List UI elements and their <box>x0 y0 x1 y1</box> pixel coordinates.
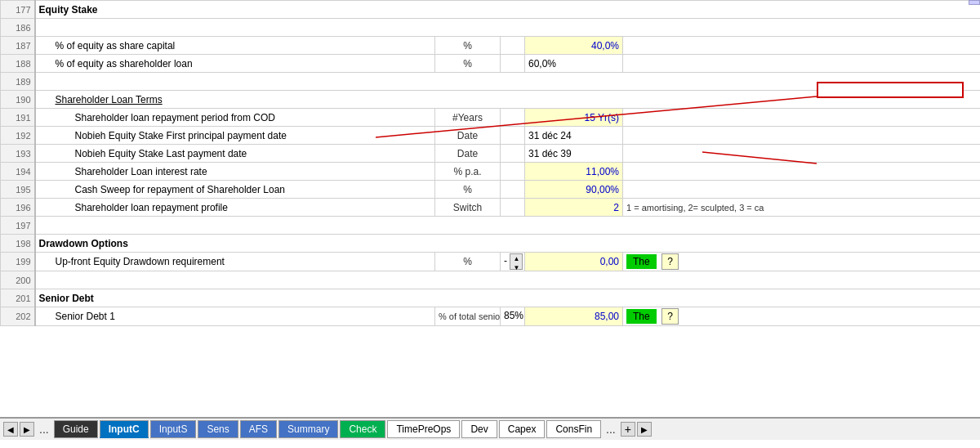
row-pre-value: - ▲ ▼ <box>501 253 525 271</box>
tab-nav-next[interactable]: ▶ <box>20 422 34 437</box>
row-note <box>623 145 981 163</box>
tab-consfin[interactable]: ConsFin <box>546 420 601 438</box>
tab-add-button[interactable]: + <box>621 422 635 437</box>
green-note: The <box>626 309 657 324</box>
row-value[interactable]: 40,0% <box>525 37 623 55</box>
tab-scroll-right[interactable]: ▶ <box>637 422 652 437</box>
row-label: Shareholder Loan interest rate <box>35 163 435 181</box>
row-note <box>623 163 981 181</box>
row-number: 198 <box>1 235 35 253</box>
row-label: Senior Debt 1 <box>35 307 435 326</box>
table-row: 187 % of equity as share capital % 40,0% <box>1 37 981 55</box>
tab-capex[interactable]: Capex <box>499 420 546 438</box>
stepper-down[interactable]: ▼ <box>510 263 522 271</box>
row-label: Nobieh Equity Stake Last payment date <box>35 145 435 163</box>
tab-afs[interactable]: AFS <box>240 420 277 438</box>
row-unit: Date <box>435 127 501 145</box>
row-label: Shareholder loan repayment profile <box>35 199 435 217</box>
row-note <box>623 109 981 127</box>
row-number: 200 <box>1 271 35 289</box>
row-note-cells: The ? <box>623 307 981 326</box>
tab-summary[interactable]: Summary <box>278 420 338 438</box>
row-number: 199 <box>1 253 35 271</box>
section-label: Senior Debt <box>35 289 981 307</box>
question-note[interactable]: ? <box>662 308 679 325</box>
table-row: 177 Equity Stake <box>1 1 981 19</box>
row-value: 31 déc 24 <box>525 127 623 145</box>
row-unit: % of total senior debt <box>435 307 501 326</box>
row-number: 202 <box>1 307 35 326</box>
row-value[interactable]: 85,00 <box>525 307 623 326</box>
tab-inputs[interactable]: InputS <box>150 420 197 438</box>
row-unit: % <box>435 37 501 55</box>
row-unit: #Years <box>435 109 501 127</box>
row-label: Shareholder loan repayment period from C… <box>35 109 435 127</box>
row-unit: % <box>435 181 501 199</box>
row-number: 177 <box>1 1 35 19</box>
table-row: 194 Shareholder Loan interest rate % p.a… <box>1 163 981 181</box>
tab-timepreops[interactable]: TimePreOps <box>387 420 460 438</box>
row-label: Cash Sweep for repayment of Shareholder … <box>35 181 435 199</box>
tab-inputc[interactable]: InputC <box>100 420 149 438</box>
row-number: 195 <box>1 181 35 199</box>
main-table: 177 Equity Stake 186 187 % of equity as … <box>0 0 980 326</box>
row-unit: Switch <box>435 199 501 217</box>
row-number: 188 <box>1 55 35 73</box>
tab-sens[interactable]: Sens <box>198 420 238 438</box>
tab-ellipsis-left[interactable]: ... <box>36 423 52 436</box>
top-badge <box>969 0 980 5</box>
row-label: Nobieh Equity Stake First principal paym… <box>35 127 435 145</box>
row-value: 60,0% <box>525 55 623 73</box>
tab-nav-prev[interactable]: ◀ <box>3 422 18 437</box>
row-number: 196 <box>1 199 35 217</box>
row-number: 192 <box>1 127 35 145</box>
section-label: Drawdown Options <box>35 235 981 253</box>
row-value[interactable]: 90,00% <box>525 181 623 199</box>
table-row: 200 <box>1 271 981 289</box>
row-note-cells: The ? <box>623 253 981 271</box>
row-number: 190 <box>1 91 35 109</box>
tab-ellipsis-right[interactable]: ... <box>603 423 619 436</box>
table-row: 195 Cash Sweep for repayment of Sharehol… <box>1 181 981 199</box>
row-number: 194 <box>1 163 35 181</box>
row-label: % of equity as shareholder loan <box>35 55 435 73</box>
table-row: 188 % of equity as shareholder loan % 60… <box>1 55 981 73</box>
table-row: 201 Senior Debt <box>1 289 981 307</box>
table-row: 192 Nobieh Equity Stake First principal … <box>1 127 981 145</box>
row-number: 186 <box>1 19 35 37</box>
tab-guide[interactable]: Guide <box>54 420 98 438</box>
table-row: 186 <box>1 19 981 37</box>
spreadsheet: 177 Equity Stake 186 187 % of equity as … <box>0 0 980 417</box>
tab-dev[interactable]: Dev <box>461 420 497 438</box>
row-note <box>623 55 981 73</box>
row-unit: % <box>435 55 501 73</box>
row-value[interactable]: 2 <box>525 199 623 217</box>
tab-bar: ◀ ▶ ...GuideInputCInputSSensAFSSummaryCh… <box>0 417 980 440</box>
green-note: The <box>626 254 657 269</box>
row-unit: Date <box>435 145 501 163</box>
row-value[interactable]: 15 Yr(s) <box>525 109 623 127</box>
row-value[interactable]: 0,00 <box>525 253 623 271</box>
row-value[interactable]: 11,00% <box>525 163 623 181</box>
table-row: 202 Senior Debt 1 % of total senior debt… <box>1 307 981 326</box>
tooltip-box <box>817 82 964 98</box>
row-note: 1 = amortising, 2= sculpted, 3 = ca <box>623 199 981 217</box>
section-label: Equity Stake <box>35 1 981 19</box>
row-number: 191 <box>1 109 35 127</box>
row-note <box>623 181 981 199</box>
row-number: 189 <box>1 73 35 91</box>
row-value: 31 déc 39 <box>525 145 623 163</box>
row-note <box>623 37 981 55</box>
row-number: 201 <box>1 289 35 307</box>
table-row: 197 <box>1 217 981 235</box>
row-label: Up-front Equity Drawdown requirement <box>35 253 435 271</box>
table-row: 198 Drawdown Options <box>1 235 981 253</box>
stepper-up[interactable]: ▲ <box>510 254 522 263</box>
row-note <box>623 127 981 145</box>
row-number: 187 <box>1 37 35 55</box>
row-unit: % <box>435 253 501 271</box>
tab-check[interactable]: Check <box>340 420 385 438</box>
row-label: % of equity as share capital <box>35 37 435 55</box>
question-note[interactable]: ? <box>662 253 679 270</box>
table-row: 196 Shareholder loan repayment profile S… <box>1 199 981 217</box>
